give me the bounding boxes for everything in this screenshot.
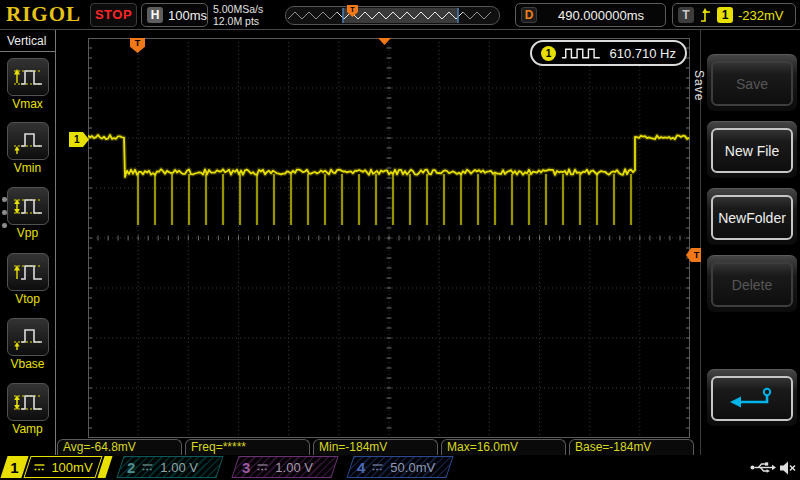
channel1-status[interactable]: 1 100mV <box>0 456 112 478</box>
channel4-status[interactable]: 4 50.0mV <box>344 456 456 478</box>
left-menu-title: Vertical <box>0 30 55 52</box>
new-file-button[interactable]: New File <box>707 121 797 178</box>
new-folder-button-label: NewFolder <box>711 195 793 240</box>
rising-edge-icon <box>699 7 712 24</box>
acquisition-info: 5.00MSa/s 12.0M pts <box>213 3 263 27</box>
graticule <box>88 38 690 438</box>
frequency-counter: 1 610.710 Hz <box>530 40 687 66</box>
vmax-icon <box>11 63 45 91</box>
menu-item-vpp[interactable]: Vpp <box>0 187 55 240</box>
dc-coupling-icon <box>141 462 154 472</box>
delete-button-label: Delete <box>711 262 793 307</box>
sample-rate: 5.00MSa/s <box>213 3 263 15</box>
horizontal-label-chip: H <box>147 7 163 23</box>
channel3-scale: 1.00 V <box>275 460 313 475</box>
menu-page-dots <box>2 197 8 236</box>
left-menu: Vertical Vmax <box>0 30 56 455</box>
dc-coupling-icon <box>371 462 384 472</box>
dc-coupling-icon <box>33 462 46 472</box>
channel2-status[interactable]: 2 1.00 V <box>114 456 226 478</box>
vtop-icon <box>11 258 45 286</box>
memory-waveform-preview <box>286 7 497 24</box>
return-button[interactable] <box>707 369 797 426</box>
usb-icon <box>750 461 776 474</box>
delay-label-chip: D <box>521 7 537 23</box>
trigger-block: T 1 -232mV <box>672 3 796 27</box>
speaker-muted-icon <box>779 461 796 475</box>
right-menu: Save Save New File NewFolder Delete <box>701 30 800 455</box>
delay-value: 490.000000ms <box>542 8 660 23</box>
channel1-offset-marker[interactable]: 1 <box>69 132 89 147</box>
square-wave-icon <box>561 45 605 61</box>
menu-item-label: Vmin <box>0 161 55 175</box>
delay-block: D 490.000000ms <box>515 3 666 27</box>
vamp-icon <box>11 388 45 416</box>
save-button-label: Save <box>711 61 793 106</box>
timebase-value: 100ms <box>168 8 207 23</box>
memory-position-bar[interactable] <box>285 6 500 25</box>
rigol-logo: RIGOL <box>6 2 81 27</box>
measurement-min: Min=-184mV <box>313 439 438 455</box>
new-file-button-label: New File <box>711 128 793 173</box>
channel2-scale: 1.00 V <box>160 460 198 475</box>
menu-item-label: Vmax <box>0 97 55 111</box>
menu-tab-save: Save <box>692 70 706 101</box>
run-state-badge: STOP <box>90 3 137 27</box>
measurement-base: Base=-184mV <box>569 439 694 455</box>
counter-channel-chip: 1 <box>541 46 556 61</box>
measurement-avg: Avg=-64.8mV <box>57 439 182 455</box>
save-button[interactable]: Save <box>707 54 797 111</box>
measurement-max: Max=16.0mV <box>441 439 566 455</box>
channel4-scale: 50.0mV <box>390 460 435 475</box>
channel3-number: 3 <box>242 459 250 476</box>
channel2-number: 2 <box>127 459 135 476</box>
display-area: 1 T T 1 610.710 Hz Avg=-64.8mV Freq=****… <box>56 30 701 455</box>
memory-depth: 12.0M pts <box>213 15 263 27</box>
channel1-scale: 100mV <box>51 460 92 475</box>
channel-status-bar: 1 100mV 2 <box>0 455 800 480</box>
channel3-status[interactable]: 3 1.00 V <box>229 456 341 478</box>
counter-value: 610.710 Hz <box>610 46 677 61</box>
menu-item-label: Vamp <box>0 422 55 436</box>
vpp-icon <box>11 192 45 220</box>
menu-item-vamp[interactable]: Vamp <box>0 383 55 436</box>
oscilloscope-screen: RIGOL STOP H 100ms 5.00MSa/s 12.0M pts T… <box>0 0 800 480</box>
delete-button[interactable]: Delete <box>707 255 797 312</box>
menu-item-vmin[interactable]: Vmin <box>0 122 55 175</box>
menu-item-vbase[interactable]: Vbase <box>0 318 55 371</box>
trigger-label-chip: T <box>678 7 694 23</box>
new-folder-button[interactable]: NewFolder <box>707 188 797 245</box>
menu-item-label: Vpp <box>0 226 55 240</box>
menu-item-vmax[interactable]: Vmax <box>0 58 55 111</box>
trigger-level-value: -232mV <box>738 8 784 23</box>
measurement-freq: Freq=***** <box>185 439 310 455</box>
dc-coupling-icon <box>256 462 269 472</box>
menu-item-vtop[interactable]: Vtop <box>0 253 55 306</box>
menu-item-label: Vtop <box>0 292 55 306</box>
channel1-number: 1 <box>4 456 25 478</box>
vmin-icon <box>11 127 45 155</box>
trigger-source-chip: 1 <box>717 7 733 23</box>
horizontal-timebase-block: H 100ms <box>141 3 208 27</box>
top-status-bar: RIGOL STOP H 100ms 5.00MSa/s 12.0M pts T… <box>0 0 800 30</box>
menu-item-label: Vbase <box>0 357 55 371</box>
channel4-number: 4 <box>357 459 365 476</box>
return-arrow-icon <box>726 385 778 413</box>
vbase-icon <box>11 323 45 351</box>
